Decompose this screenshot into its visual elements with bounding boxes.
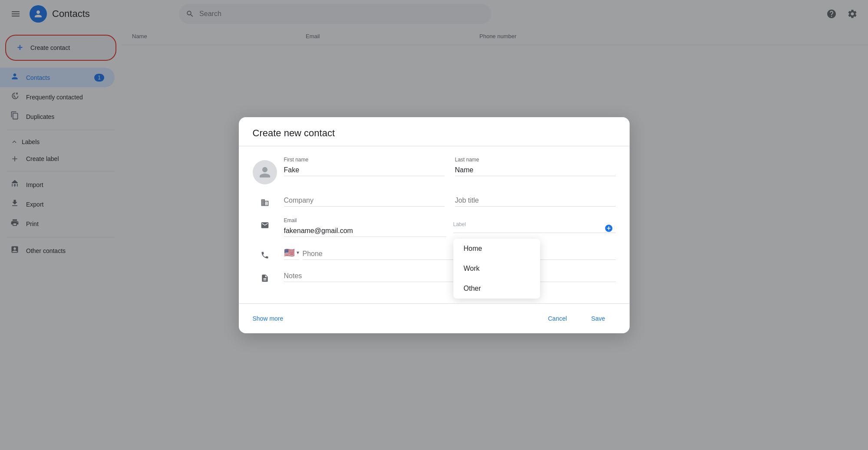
notes-icon: [253, 270, 277, 282]
company-row: [253, 195, 616, 207]
save-button[interactable]: Save: [581, 311, 616, 326]
name-fields: First name Last name: [284, 157, 616, 176]
company-input[interactable]: [284, 195, 445, 207]
company-icon: [253, 195, 277, 207]
avatar: [253, 160, 277, 184]
first-name-group: First name: [284, 157, 445, 176]
dropdown-home[interactable]: Home: [453, 239, 540, 259]
first-name-label: First name: [284, 157, 445, 163]
flag-dropdown-arrow: ▾: [297, 250, 299, 256]
create-contact-dialog: Create new contact First name Last name: [239, 117, 630, 333]
job-title-input[interactable]: [455, 195, 616, 207]
last-name-input[interactable]: [455, 164, 616, 176]
email-field-wrap: Email: [284, 217, 446, 237]
phone-icon: [253, 247, 277, 259]
label-field-label: Label: [453, 221, 616, 227]
label-dropdown: Home Work Other: [453, 239, 540, 299]
modal-overlay: Create new contact First name Last name: [0, 0, 868, 450]
footer-actions: Cancel Save: [538, 311, 616, 326]
job-title-group: [455, 195, 616, 207]
name-row: First name Last name: [253, 157, 616, 184]
first-name-input[interactable]: [284, 164, 445, 176]
last-name-group: Last name: [455, 157, 616, 176]
company-group: [284, 195, 445, 207]
flag-selector[interactable]: 🇺🇸 ▾: [284, 247, 299, 260]
dropdown-work[interactable]: Work: [453, 259, 540, 279]
dropdown-other[interactable]: Other: [453, 279, 540, 299]
phone-row: 🇺🇸 ▾: [253, 247, 616, 260]
show-more-button[interactable]: Show more: [253, 315, 284, 322]
dialog-body: First name Last name: [239, 146, 630, 303]
email-label-row: Email Label Home Work Other: [284, 217, 616, 237]
label-field-wrap: Label Home Work Other: [453, 221, 616, 233]
us-flag: 🇺🇸: [284, 247, 295, 258]
phone-field-row: 🇺🇸 ▾: [284, 247, 616, 260]
email-icon: [253, 217, 277, 230]
dialog-footer: Show more Cancel Save: [239, 303, 630, 333]
label-add-button[interactable]: [602, 221, 616, 235]
dialog-title: Create new contact: [239, 117, 630, 146]
notes-input[interactable]: [284, 270, 616, 282]
label-value: [453, 229, 616, 233]
notes-row: [253, 270, 616, 282]
last-name-label: Last name: [455, 157, 616, 163]
company-fields: [284, 195, 616, 207]
email-input[interactable]: [284, 225, 446, 237]
cancel-button[interactable]: Cancel: [538, 311, 578, 326]
email-row: Email Label Home Work Other: [253, 217, 616, 237]
email-label: Email: [284, 217, 446, 223]
